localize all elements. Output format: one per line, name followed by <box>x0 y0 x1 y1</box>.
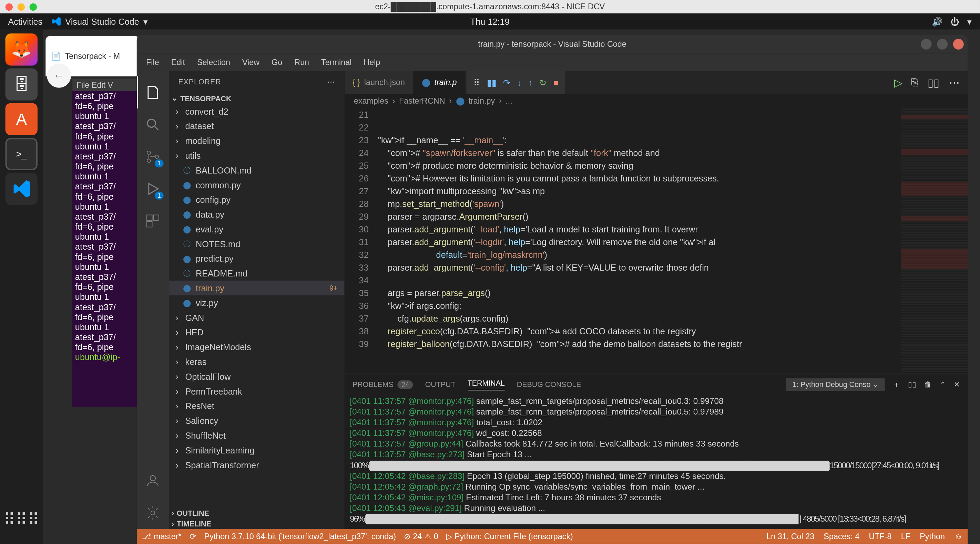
indentation[interactable]: Spaces: 4 <box>824 531 859 541</box>
activities-button[interactable]: Activities <box>8 16 42 27</box>
step-into-icon[interactable]: ↓ <box>517 78 521 87</box>
sync-icon[interactable]: ⟳ <box>189 531 196 541</box>
file-config-py[interactable]: ⬤config.py <box>169 192 345 207</box>
output-tab[interactable]: OUTPUT <box>425 381 455 389</box>
file-common-py[interactable]: ⬤common.py <box>169 177 345 192</box>
folder-gan[interactable]: GAN <box>169 310 345 325</box>
menu-terminal[interactable]: Terminal <box>316 56 357 69</box>
restart-icon[interactable]: ↻ <box>539 78 547 87</box>
file-readme-md[interactable]: ⓘREADME.md <box>169 266 345 281</box>
mac-close-button[interactable] <box>5 3 13 10</box>
app-menu[interactable]: Visual Studio Code ▾ <box>52 16 148 27</box>
run-icon[interactable]: ▷ <box>894 76 902 89</box>
encoding[interactable]: UTF-8 <box>869 531 891 541</box>
extensions-icon[interactable] <box>137 205 169 237</box>
debug-drag-icon[interactable]: ⠿ <box>474 78 480 87</box>
power-icon[interactable]: ⏻ <box>950 16 959 27</box>
more-icon[interactable]: ⋯ <box>949 76 960 89</box>
outline-section[interactable]: ›OUTLINE <box>169 508 345 518</box>
volume-icon[interactable]: 🔊 <box>932 16 942 27</box>
dock-vscode[interactable] <box>5 173 38 205</box>
folder-resnet[interactable]: ResNet <box>169 398 345 413</box>
folder-penntreebank[interactable]: PennTreebank <box>169 384 345 398</box>
file-eval-py[interactable]: ⬤eval.py <box>169 222 345 236</box>
accounts-icon[interactable] <box>137 465 169 497</box>
file-train-py[interactable]: ⬤train.py9+ <box>169 281 345 295</box>
python-interpreter[interactable]: Python 3.7.10 64-bit ('tensorflow2_lates… <box>204 531 396 541</box>
folder-modeling[interactable]: modeling <box>169 133 345 148</box>
menu-selection[interactable]: Selection <box>192 56 235 69</box>
dock-show-apps[interactable]: ⠿⠿⠿ <box>5 504 38 536</box>
kill-terminal-icon[interactable]: 🗑 <box>924 381 931 389</box>
menu-help[interactable]: Help <box>358 56 386 69</box>
gedit-menubar[interactable]: File Edit V <box>72 79 139 91</box>
file-balloon-md[interactable]: ⓘBALLOON.md <box>169 163 345 178</box>
menu-view[interactable]: View <box>237 56 265 69</box>
menu-edit[interactable]: Edit <box>166 56 190 69</box>
maximize-panel-icon[interactable]: ⌃ <box>940 380 946 389</box>
dock-files[interactable]: 🗄 <box>5 68 38 100</box>
tab-train-py[interactable]: ⬤train.p <box>414 71 465 94</box>
git-branch[interactable]: ⎇ master* <box>142 531 181 541</box>
timeline-section[interactable]: ›TIMELINE <box>169 518 345 529</box>
tab-launch-json[interactable]: { }launch.json <box>345 71 414 94</box>
file-viz-py[interactable]: ⬤viz.py <box>169 295 345 310</box>
step-out-icon[interactable]: ↑ <box>528 78 533 87</box>
sidebar-root[interactable]: ⌄ TENSORPACK <box>169 92 345 104</box>
minimap[interactable] <box>901 108 967 374</box>
folder-similaritylearning[interactable]: SimilarityLearning <box>169 443 345 458</box>
folder-keras[interactable]: keras <box>169 354 345 369</box>
code-editor[interactable]: 21222324252627282930313233343536373839 "… <box>345 108 968 374</box>
dock-firefox[interactable]: 🦊 <box>5 33 38 65</box>
language-mode[interactable]: Python <box>920 531 945 541</box>
folder-shufflenet[interactable]: ShuffleNet <box>169 428 345 443</box>
split-terminal-icon[interactable]: ▯▯ <box>908 380 916 389</box>
folder-opticalflow[interactable]: OpticalFlow <box>169 369 345 384</box>
diff-icon[interactable]: ⎘ <box>912 76 918 89</box>
browser-back-button[interactable]: ← <box>47 64 71 88</box>
debug-console-tab[interactable]: DEBUG CONSOLE <box>517 381 581 389</box>
eol[interactable]: LF <box>901 531 910 541</box>
menu-file[interactable]: File <box>141 56 164 69</box>
folder-saliency[interactable]: Saliency <box>169 413 345 428</box>
mac-minimize-button[interactable] <box>18 3 25 10</box>
step-over-icon[interactable]: ↷ <box>503 78 510 87</box>
file-notes-md[interactable]: ⓘNOTES.md <box>169 236 345 251</box>
menu-go[interactable]: Go <box>266 56 288 69</box>
breadcrumb[interactable]: examples › FasterRCNN › ⬤ train.py › ... <box>345 94 968 108</box>
debug-config[interactable]: ▷ Python: Current File (tensorpack) <box>446 531 573 541</box>
split-editor-icon[interactable]: ▯▯ <box>928 76 940 89</box>
settings-icon[interactable] <box>137 497 169 529</box>
file-predict-py[interactable]: ⬤predict.py <box>169 251 345 266</box>
pause-icon[interactable]: ▮▮ <box>487 78 496 87</box>
new-terminal-icon[interactable]: ＋ <box>893 379 900 389</box>
problems-status[interactable]: ⊘ 24 ⚠ 0 <box>404 531 438 541</box>
feedback-icon[interactable]: ☺ <box>954 531 963 541</box>
folder-dataset[interactable]: dataset <box>169 119 345 133</box>
folder-spatialtransformer[interactable]: SpatialTransformer <box>169 457 345 472</box>
window-minimize-button[interactable] <box>921 39 931 49</box>
folder-convert_d2[interactable]: convert_d2 <box>169 104 345 119</box>
more-icon[interactable]: ⋯ <box>327 78 335 86</box>
window-maximize-button[interactable] <box>937 39 948 49</box>
stop-icon[interactable]: ■ <box>553 78 558 87</box>
search-icon[interactable] <box>137 108 169 141</box>
folder-hed[interactable]: HED <box>169 325 345 339</box>
source-control-icon[interactable]: 1 <box>137 141 169 173</box>
dock-terminal[interactable]: >_ <box>5 138 38 170</box>
menu-run[interactable]: Run <box>289 56 315 69</box>
explorer-icon[interactable] <box>137 76 169 108</box>
close-panel-icon[interactable]: ✕ <box>954 380 960 389</box>
clock[interactable]: Thu 12:19 <box>470 16 510 27</box>
cursor-position[interactable]: Ln 31, Col 23 <box>766 531 814 541</box>
dock-software[interactable]: A <box>5 103 38 135</box>
terminal-tab[interactable]: TERMINAL <box>468 379 505 390</box>
problems-tab[interactable]: PROBLEMS24 <box>353 380 413 389</box>
file-data-py[interactable]: ⬤data.py <box>169 207 345 222</box>
mac-zoom-button[interactable] <box>30 3 37 10</box>
folder-imagenetmodels[interactable]: ImageNetModels <box>169 339 345 354</box>
window-close-button[interactable] <box>953 39 964 49</box>
terminal-select[interactable]: 1: Python Debug Conso ⌄ <box>786 378 885 391</box>
chevron-down-icon[interactable]: ▾ <box>967 16 972 27</box>
terminal-output[interactable]: [0401 11:37:57 @monitor.py:476] sample_f… <box>345 395 968 529</box>
